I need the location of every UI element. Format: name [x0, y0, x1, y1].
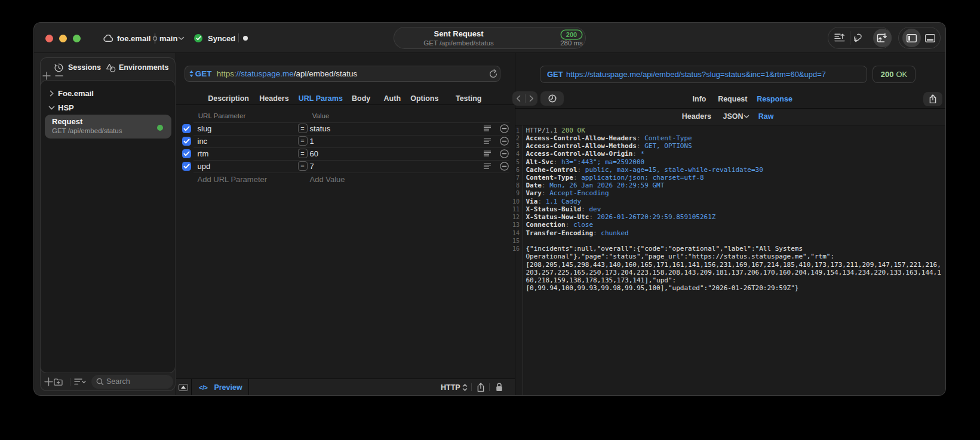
- line-number: 7: [512, 174, 520, 181]
- response-line: 2Access-Control-Allow-Headers: Content-T…: [515, 134, 945, 142]
- response-line: 8Date: Mon, 26 Jan 2026 20:29:59 GMT: [515, 181, 945, 189]
- response-raw-body[interactable]: 1HTTP/1.1 200 OK2Access-Control-Allow-He…: [34, 23, 945, 395]
- desktop-background: foe.email main Synced Sent Request GET /…: [0, 0, 980, 440]
- response-line: 14Transfer-Encoding: chunked: [515, 229, 945, 237]
- response-line: 9Vary: Accept-Encoding: [515, 189, 945, 197]
- response-line: 6Cache-Control: public, max-age=15, stal…: [515, 166, 945, 174]
- response-line: 12X-Status-Now-Utc: 2026-01-26T20:29:59.…: [515, 213, 945, 221]
- response-line: 1HTTP/1.1 200 OK: [515, 127, 945, 134]
- response-line: [0,99.94,100,99.93,99.98,99.95,100],"upd…: [515, 284, 945, 292]
- response-line: 203,257,225,165,250,173,204,223,158,208,…: [515, 269, 945, 276]
- line-number: 2: [512, 134, 520, 142]
- line-number: 8: [512, 181, 520, 189]
- response-line: Operational"},"page":"status","page_url"…: [515, 253, 945, 260]
- response-line: 13Connection: close: [515, 221, 945, 229]
- response-line: 60,218,159,138,178,135,173,141],"upd":: [515, 276, 945, 284]
- line-number: 6: [512, 166, 520, 174]
- line-number: 11: [512, 205, 520, 213]
- response-line: [208,205,145,298,443,140,160,165,171,161…: [515, 261, 945, 269]
- line-number: 16: [512, 245, 520, 253]
- line-number: 4: [512, 150, 520, 158]
- response-line: 5Alt-Svc: h3=":443"; ma=2592000: [515, 158, 945, 166]
- response-line: 10Via: 1.1 Caddy: [515, 198, 945, 205]
- line-number: 10: [512, 198, 520, 205]
- app-window: foe.email main Synced Sent Request GET /…: [34, 23, 945, 395]
- line-number: 9: [512, 189, 520, 197]
- line-number: 12: [512, 213, 520, 221]
- line-number: 15: [512, 237, 520, 245]
- line-number: 3: [512, 142, 520, 150]
- response-line: 16{"incidents":null,"overall":{"code":"o…: [515, 245, 945, 253]
- line-number: 1: [512, 127, 520, 134]
- line-number: 5: [512, 158, 520, 166]
- response-line: 7Content-Type: application/json; charset…: [515, 174, 945, 181]
- line-number: 13: [512, 221, 520, 229]
- response-line: 11X-Status-Build: dev: [515, 205, 945, 213]
- response-line: 3Access-Control-Allow-Methods: GET, OPTI…: [515, 142, 945, 150]
- response-line: 15: [515, 237, 945, 245]
- line-number: 14: [512, 229, 520, 237]
- response-line: 4Access-Control-Allow-Origin: *: [515, 150, 945, 158]
